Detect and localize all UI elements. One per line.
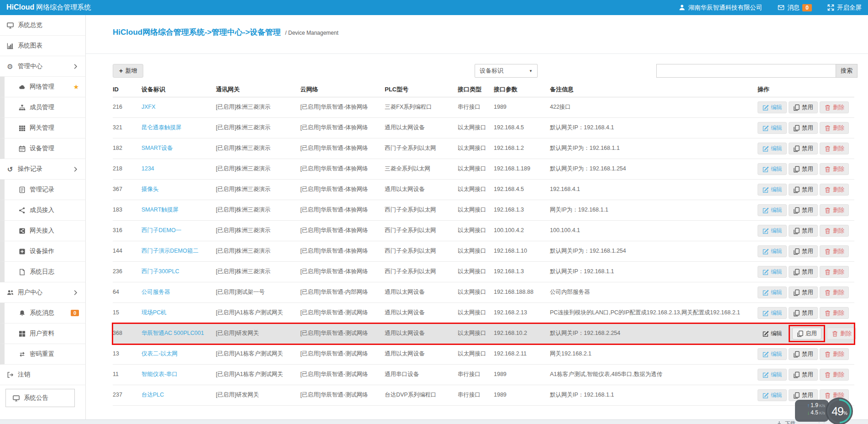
filter-field-select[interactable]: 设备标识 ▼ [475,64,538,78]
device-name-link[interactable]: 台达PLC [141,392,164,398]
edit-button[interactable]: 编辑 [758,266,787,278]
delete-button[interactable]: 删除 [820,143,849,154]
breadcrumb: HiCloud网络综合管理系统->管理中心->设备管理 [113,28,281,37]
delete-button[interactable]: 删除 [820,307,849,319]
edit-button[interactable]: 编辑 [758,328,787,339]
device-name-link[interactable]: 摄像头 [141,186,159,192]
sidebar-item-admin-center[interactable]: ⚙管理中心 [0,56,85,77]
download-item[interactable]: 下载 [776,420,795,424]
sidebar-item-gateway-mgmt[interactable]: 网关管理 [0,118,85,138]
sidebar-item-logout[interactable]: 注销 [0,365,85,385]
sidebar-item-user-profile[interactable]: 用户资料 [0,323,85,344]
fullscreen-button[interactable]: 开启全屏 [827,4,862,12]
edit-button[interactable]: 编辑 [758,184,787,196]
disable-button[interactable]: 禁用 [789,163,818,175]
cell-id: 183 [113,207,141,214]
delete-button[interactable]: 删除 [820,266,849,278]
cell-gateway: [已启用]株洲三菱演示 [216,165,300,173]
sidebar-item-network-mgmt[interactable]: 网络管理★ [0,77,85,97]
delete-button[interactable]: 删除 [820,369,849,381]
delete-button[interactable]: 删除 [820,184,849,196]
disable-button[interactable]: 禁用 [789,184,818,196]
disable-button[interactable]: 禁用 [789,204,818,216]
edit-button[interactable]: 编辑 [758,389,787,401]
cloud-icon [18,84,26,90]
edit-button[interactable]: 编辑 [758,143,787,154]
column-header: 设备标识 [141,86,216,93]
edit-button[interactable]: 编辑 [758,369,787,381]
delete-button[interactable]: 删除 [820,204,849,216]
edit-button[interactable]: 编辑 [758,204,787,216]
disable-button[interactable]: 禁用 [789,101,818,113]
device-name-link[interactable]: 昆仑通泰触摸屏 [141,124,182,131]
messages-button[interactable]: 消息 0 [778,4,812,12]
device-name-link[interactable]: SMART触摸屏 [141,207,178,213]
device-name-link[interactable]: 西门子300PLC [141,268,179,275]
disable-button[interactable]: 禁用 [789,143,818,154]
edit-button[interactable]: 编辑 [758,163,787,175]
delete-button[interactable]: 删除 [820,122,849,134]
edit-button[interactable]: 编辑 [758,245,787,257]
system-load-gauge[interactable]: 49 % [826,398,853,424]
sidebar-item-system-messages[interactable]: 系统消息0 [0,303,85,323]
disable-button[interactable]: 禁用 [789,348,818,360]
cell-name: SMART触摸屏 [141,207,216,214]
row-actions: 编辑禁用删除 [758,369,853,381]
delete-button[interactable]: 删除 [820,245,849,257]
delete-button[interactable]: 删除 [820,101,849,113]
search-button[interactable]: 搜索 [836,64,858,78]
disable-button[interactable]: 禁用 [789,266,818,278]
sidebar-item-operation-log[interactable]: ↺操作记录 [0,159,85,180]
fullscreen-icon [827,4,834,11]
sidebar-item-member-mgmt[interactable]: 成员管理 [0,97,85,118]
delete-button[interactable]: 删除 [827,328,856,339]
add-device-button[interactable]: + 新增 [113,64,143,78]
device-name-link[interactable]: 1234 [141,165,154,172]
cell-plc-model: 西门子全系列以太网 [385,207,458,214]
disable-button[interactable]: 禁用 [789,122,818,134]
delete-button[interactable]: 删除 [820,225,849,237]
sidebar-item-admin-records[interactable]: 管理记录 [0,180,85,200]
disable-button[interactable]: 禁用 [789,369,818,381]
device-name-link[interactable]: 公司服务器 [141,289,170,295]
edit-button[interactable]: 编辑 [758,101,787,113]
device-name-link[interactable]: SMART设备 [141,145,173,151]
device-name-link[interactable]: 华辰智通AC 500PLC001 [141,330,204,336]
device-name-link[interactable]: 智能仪表-串口 [141,371,178,377]
company-account[interactable]: 湖南华辰智通科技有限公司 [679,4,762,12]
sidebar-item-password-reset[interactable]: 密码重置 [0,344,85,365]
device-name-link[interactable]: 西门子DEMO一 [141,227,182,233]
delete-button[interactable]: 删除 [820,348,849,360]
device-name-link[interactable]: 现场PC机 [141,309,167,316]
disable-button[interactable]: 禁用 [789,225,818,237]
edit-button[interactable]: 编辑 [758,307,787,319]
sidebar-item-device-mgmt[interactable]: 设备管理 [0,138,85,159]
edit-button[interactable]: 编辑 [758,348,787,360]
sidebar-item-gateway-access[interactable]: 网关接入 [0,221,85,241]
sidebar-item-user-center[interactable]: 用户中心 [0,282,85,303]
disable-button[interactable]: 禁用 [789,286,818,298]
edit-button[interactable]: 编辑 [758,225,787,237]
search-input[interactable] [656,64,836,78]
edit-button[interactable]: 编辑 [758,122,787,134]
sidebar-item-system-overview[interactable]: 系统总览 [0,15,85,36]
sidebar-item-device-operation[interactable]: 设备操作 [0,241,85,262]
device-name-link[interactable]: 西门子演示DEMO箱二 [141,248,199,254]
upload-arrow-icon: ↑ [807,403,810,408]
edit-button[interactable]: 编辑 [758,286,787,298]
delete-button[interactable]: 删除 [820,286,849,298]
monitor-icon [12,395,20,402]
sidebar-item-system-log[interactable]: 系统日志 [0,262,85,282]
sidebar-item-member-access[interactable]: 成员接入 [0,200,85,221]
device-name-link[interactable]: JXFX [141,104,156,110]
sidebar-item-system-bulletin[interactable]: 系统公告 [5,389,75,407]
disable-button[interactable]: 禁用 [789,307,818,319]
delete-button[interactable]: 删除 [820,163,849,175]
cell-plc-model: 西门子全系列以太网 [385,248,458,255]
messages-count-badge: 0 [802,4,812,11]
sidebar-item-system-charts[interactable]: 系统图表 [0,36,85,56]
cell-name: 现场PC机 [141,309,216,317]
enable-button[interactable]: 启用 [792,328,821,339]
device-name-link[interactable]: 仪表二-以太网 [141,350,178,357]
disable-button[interactable]: 禁用 [789,245,818,257]
